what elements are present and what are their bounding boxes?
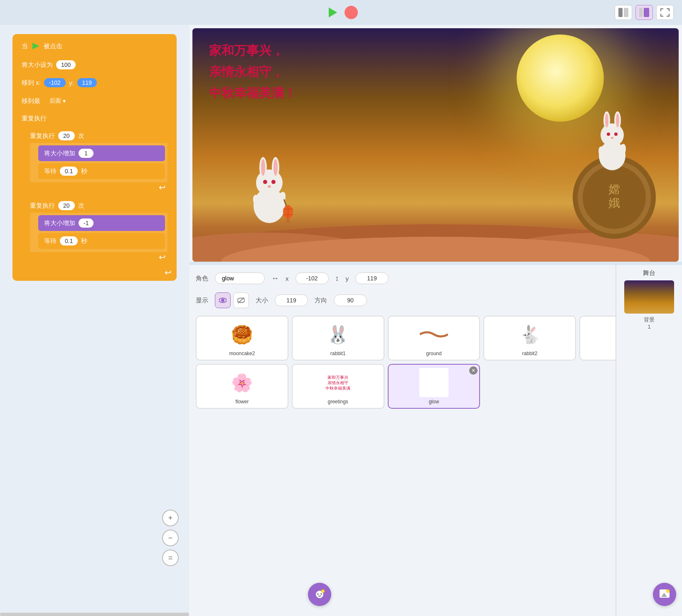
svg-point-15: [273, 159, 278, 176]
svg-point-50: [318, 594, 319, 595]
add-stage-button[interactable]: ✦: [653, 583, 676, 606]
sprite-label: rabbit2: [522, 351, 537, 356]
sprite-delete-button[interactable]: ✕: [469, 366, 478, 375]
change-size2-label: 将大小增加: [44, 219, 75, 227]
go-to-back-block[interactable]: 移到最 后面 ▾: [16, 93, 173, 109]
repeat2-unit: 次: [78, 202, 84, 210]
svg-point-38: [616, 113, 619, 128]
zoom-out-button[interactable]: −: [162, 530, 179, 546]
sprite-label: rabbit1: [330, 351, 346, 356]
sprite-image: 🐇: [515, 320, 544, 349]
svg-text:嫦: 嫦: [608, 183, 620, 196]
repeat-20-block-1[interactable]: 重复执行 20 次 将大小增加 1 等待 0.1 秒 ↩: [24, 128, 173, 196]
code-scrollbar[interactable]: [0, 613, 189, 616]
zoom-in-button[interactable]: +: [162, 510, 179, 526]
svg-text:✦: ✦: [322, 590, 324, 593]
change-size1-input[interactable]: 1: [79, 149, 94, 158]
stage-text: 家和万事兴， 亲情永相守， 中秋幸福美满！: [209, 40, 296, 103]
move-xy-block[interactable]: 移到 x: -102 y: 119: [16, 75, 173, 91]
add-sprite-button[interactable]: ✦: [308, 583, 331, 606]
change-size2-input[interactable]: -1: [79, 218, 94, 228]
sprite-panel: 角色 ↔ x -102 ↕ y 119 显示 大小 119: [189, 265, 682, 616]
sprite-card-greetings[interactable]: 家和万事兴亲情永相守中秋幸福美满greetings: [292, 364, 384, 409]
sprite-card-mooncake2[interactable]: 🥮mooncake2: [196, 316, 288, 361]
wait-2-block[interactable]: 等待 0.1 秒: [38, 233, 165, 249]
view-buttons: [615, 5, 674, 20]
x-value[interactable]: -102: [295, 272, 329, 284]
wait-1-block[interactable]: 等待 0.1 秒: [38, 163, 165, 179]
show-visible-button[interactable]: [215, 292, 231, 308]
set-size-block[interactable]: 将大小设为 100: [16, 57, 173, 73]
svg-point-14: [261, 159, 265, 176]
show-hidden-button[interactable]: [233, 292, 249, 308]
green-flag-button[interactable]: [325, 5, 340, 20]
sprite-card-rabbit2[interactable]: 🐇rabbit2: [483, 316, 576, 361]
svg-rect-3: [639, 8, 643, 17]
move-y-input[interactable]: 119: [77, 78, 97, 87]
go-to-dropdown[interactable]: 后面 ▾: [44, 96, 71, 106]
sprite-card-rabbit1[interactable]: 🐰rabbit1: [292, 316, 384, 361]
svg-point-37: [605, 113, 608, 128]
view-fullscreen-button[interactable]: [656, 5, 674, 20]
when-flag-clicked-block[interactable]: 当 被点击: [16, 37, 173, 55]
zoom-controls: + − =: [162, 510, 179, 566]
char-info-bar: 角色 ↔ x -102 ↕ y 119: [196, 269, 675, 289]
rabbit1-sprite: [242, 152, 296, 224]
move-x-input[interactable]: -102: [44, 78, 66, 87]
wait1-label: 等待: [44, 167, 57, 175]
text-line2: 亲情永相守，: [209, 61, 296, 82]
repeat1-count-input[interactable]: 20: [58, 131, 75, 140]
size-value[interactable]: 119: [275, 295, 308, 306]
svg-point-44: [221, 299, 224, 302]
svg-point-17: [271, 180, 276, 184]
go-to-label: 移到最: [22, 97, 40, 105]
sprite-card-ground[interactable]: ground: [388, 316, 480, 361]
sprite-grid: 🥮mooncake2🐰rabbit1ground🐇rabbit2🌕moon🌸fl…: [196, 316, 675, 409]
view-stage-button[interactable]: [635, 5, 653, 20]
svg-point-40: [614, 133, 618, 136]
sprite-label: glow: [429, 399, 439, 405]
repeat-forever-label[interactable]: 重复执行: [16, 111, 173, 126]
repeat1-unit: 次: [78, 132, 84, 140]
stage-canvas: 家和万事兴， 亲情永相守， 中秋幸福美满！: [192, 28, 679, 262]
svg-point-11: [256, 169, 283, 196]
change-size-1-block[interactable]: 将大小增加 1: [38, 145, 165, 161]
blocks-area: 当 被点击 将大小设为 100 移到 x: -102 y: 119 移到最: [0, 25, 189, 289]
char-name-input[interactable]: [215, 272, 265, 284]
visibility-buttons: [215, 292, 249, 308]
repeat2-count-input[interactable]: 20: [58, 201, 75, 210]
wait1-input[interactable]: 0.1: [60, 167, 78, 176]
y-arrow-icon: ↕: [335, 274, 339, 283]
set-size-input[interactable]: 100: [56, 60, 76, 69]
svg-rect-2: [624, 8, 628, 17]
svg-marker-5: [32, 43, 39, 49]
sprite-card-flower[interactable]: 🌸flower: [196, 364, 288, 409]
change-size-2-block[interactable]: 将大小增加 -1: [38, 215, 165, 231]
set-size-label: 将大小设为: [22, 61, 53, 69]
show-label: 显示: [196, 297, 208, 304]
wait2-input[interactable]: 0.1: [60, 236, 78, 245]
repeat2-label: 重复执行: [30, 202, 55, 210]
stage-label: 舞台: [643, 269, 655, 277]
sprite-label: flower: [235, 399, 249, 405]
dir-value[interactable]: 90: [334, 295, 367, 306]
svg-point-18: [268, 185, 271, 188]
dir-label: 方向: [315, 297, 327, 304]
stage-thumbnail[interactable]: [624, 280, 674, 314]
y-value[interactable]: 119: [355, 272, 389, 284]
view-split-button[interactable]: [615, 5, 632, 20]
x-arrow-icon: ↔: [271, 274, 279, 283]
char-label: 角色: [196, 275, 208, 282]
sprite-label: greetings: [328, 399, 348, 405]
stage-bg-count: 1: [648, 324, 650, 330]
zoom-reset-button[interactable]: =: [162, 550, 179, 566]
repeat-20-block-2[interactable]: 重复执行 20 次 将大小增加 -1 等待 0.1 秒 ↩: [24, 198, 173, 265]
top-bar-controls: [325, 5, 358, 20]
repeat1-arrow: ↩: [30, 182, 167, 192]
stop-button[interactable]: [345, 6, 358, 19]
dropdown-arrow-icon: ▾: [63, 98, 66, 104]
sprite-card-glow[interactable]: ✕glow: [388, 364, 480, 409]
top-bar: [0, 0, 682, 25]
text-line1: 家和万事兴，: [209, 40, 296, 61]
wait1-unit: 秒: [81, 167, 87, 175]
